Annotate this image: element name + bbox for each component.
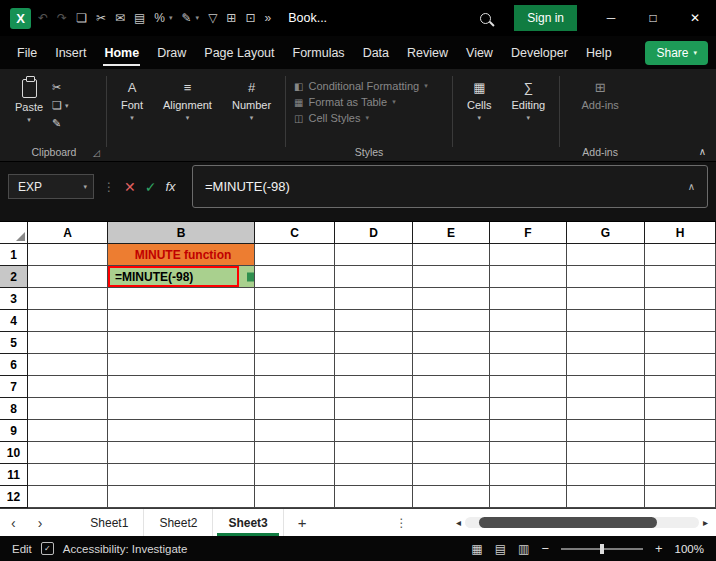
cell-F1[interactable]: [490, 244, 567, 266]
cell-styles-button[interactable]: ◫Cell Styles▾: [290, 110, 448, 126]
cell-F2[interactable]: [490, 266, 567, 288]
scroll-right-icon[interactable]: ▸: [703, 517, 708, 528]
menu-tab-page-layout[interactable]: Page Layout: [195, 37, 283, 69]
scrollbar-track[interactable]: [465, 517, 699, 528]
cell-G10[interactable]: [567, 442, 645, 464]
menu-tab-developer[interactable]: Developer: [502, 37, 577, 69]
next-sheet-icon[interactable]: ›: [27, 515, 54, 531]
share-button[interactable]: Share ▾: [645, 41, 708, 65]
cell-B5[interactable]: [108, 332, 255, 354]
cell-D2[interactable]: [335, 266, 413, 288]
cell-F12[interactable]: [490, 486, 567, 508]
collapse-ribbon-icon[interactable]: ∧: [699, 146, 706, 157]
row-header-2[interactable]: 2: [0, 266, 28, 288]
cell-E4[interactable]: [413, 310, 490, 332]
column-header-A[interactable]: A: [28, 222, 108, 244]
cell-C5[interactable]: [255, 332, 335, 354]
percent-style-icon[interactable]: %: [154, 11, 165, 25]
menu-tab-draw[interactable]: Draw: [148, 37, 195, 69]
menu-tab-formulas[interactable]: Formulas: [284, 37, 354, 69]
cell-H9[interactable]: [645, 420, 716, 442]
cell-B4[interactable]: [108, 310, 255, 332]
format-as-table-button[interactable]: ▦Format as Table▾: [290, 94, 448, 110]
conditional-formatting-button[interactable]: ◧Conditional Formatting▾: [290, 78, 448, 94]
column-header-E[interactable]: E: [413, 222, 490, 244]
cell-E1[interactable]: [413, 244, 490, 266]
font-button[interactable]: A Font ▾: [111, 72, 153, 161]
dialog-launcher-icon[interactable]: ◿: [93, 148, 100, 158]
cell-B1[interactable]: MINUTE function: [108, 244, 255, 266]
sign-in-button[interactable]: Sign in: [514, 5, 577, 31]
cell-B3[interactable]: [108, 288, 255, 310]
number-button[interactable]: # Number ▾: [222, 72, 281, 161]
row-header-3[interactable]: 3: [0, 288, 28, 310]
cell-E2[interactable]: [413, 266, 490, 288]
maximize-button[interactable]: □: [632, 0, 674, 36]
close-button[interactable]: ✕: [674, 0, 716, 36]
cell-A1[interactable]: [28, 244, 108, 266]
add-sheet-button[interactable]: +: [284, 514, 321, 531]
cell-G7[interactable]: [567, 376, 645, 398]
more-commands-icon[interactable]: »: [264, 11, 271, 25]
cell-G6[interactable]: [567, 354, 645, 376]
accessibility-icon[interactable]: ✓: [41, 542, 54, 555]
cells-button[interactable]: ▦ Cells ▾: [457, 72, 501, 161]
select-all-corner[interactable]: [0, 222, 28, 244]
zoom-slider-thumb[interactable]: [600, 544, 604, 554]
filter-icon[interactable]: ▽: [208, 11, 217, 25]
zoom-slider[interactable]: [561, 548, 643, 550]
cell-G9[interactable]: [567, 420, 645, 442]
cell-C7[interactable]: [255, 376, 335, 398]
cell-C8[interactable]: [255, 398, 335, 420]
cell-A5[interactable]: [28, 332, 108, 354]
cell-C1[interactable]: [255, 244, 335, 266]
enter-icon[interactable]: ✓: [145, 179, 157, 195]
cell-E10[interactable]: [413, 442, 490, 464]
cell-B8[interactable]: [108, 398, 255, 420]
cell-A12[interactable]: [28, 486, 108, 508]
page-layout-icon[interactable]: ▤: [495, 542, 506, 556]
cancel-icon[interactable]: ✕: [124, 179, 136, 195]
chevron-down-icon[interactable]: ▾: [169, 14, 173, 22]
cell-D5[interactable]: [335, 332, 413, 354]
row-header-10[interactable]: 10: [0, 442, 28, 464]
cell-F8[interactable]: [490, 398, 567, 420]
cell-D9[interactable]: [335, 420, 413, 442]
table-icon[interactable]: ⊞: [226, 11, 236, 25]
cell-E12[interactable]: [413, 486, 490, 508]
menu-tab-data[interactable]: Data: [354, 37, 398, 69]
cell-H6[interactable]: [645, 354, 716, 376]
row-header-8[interactable]: 8: [0, 398, 28, 420]
cell-B6[interactable]: [108, 354, 255, 376]
cell-A9[interactable]: [28, 420, 108, 442]
cell-G2[interactable]: [567, 266, 645, 288]
excel-logo-icon[interactable]: X: [10, 8, 31, 29]
cell-H1[interactable]: [645, 244, 716, 266]
cell-E11[interactable]: [413, 464, 490, 486]
cell-H5[interactable]: [645, 332, 716, 354]
cell-B2[interactable]: =MINUTE(-98): [108, 266, 255, 288]
cell-G12[interactable]: [567, 486, 645, 508]
alignment-button[interactable]: ≡ Alignment ▾: [153, 72, 222, 161]
cell-A8[interactable]: [28, 398, 108, 420]
cell-G11[interactable]: [567, 464, 645, 486]
row-header-9[interactable]: 9: [0, 420, 28, 442]
cell-D10[interactable]: [335, 442, 413, 464]
cell-B10[interactable]: [108, 442, 255, 464]
cell-E8[interactable]: [413, 398, 490, 420]
cell-D1[interactable]: [335, 244, 413, 266]
cell-F3[interactable]: [490, 288, 567, 310]
cell-F6[interactable]: [490, 354, 567, 376]
cell-D8[interactable]: [335, 398, 413, 420]
editing-button[interactable]: ∑ Editing ▾: [502, 72, 556, 161]
row-header-7[interactable]: 7: [0, 376, 28, 398]
normal-view-icon[interactable]: ▦: [471, 542, 482, 556]
accessibility-status[interactable]: Accessibility: Investigate: [63, 543, 188, 555]
tab-splitter-handle[interactable]: ⋮: [396, 516, 408, 530]
sheet-tab-sheet2[interactable]: Sheet2: [144, 509, 213, 536]
previous-sheet-icon[interactable]: ‹: [0, 515, 27, 531]
cell-B12[interactable]: [108, 486, 255, 508]
cell-F5[interactable]: [490, 332, 567, 354]
cell-G4[interactable]: [567, 310, 645, 332]
cell-C11[interactable]: [255, 464, 335, 486]
